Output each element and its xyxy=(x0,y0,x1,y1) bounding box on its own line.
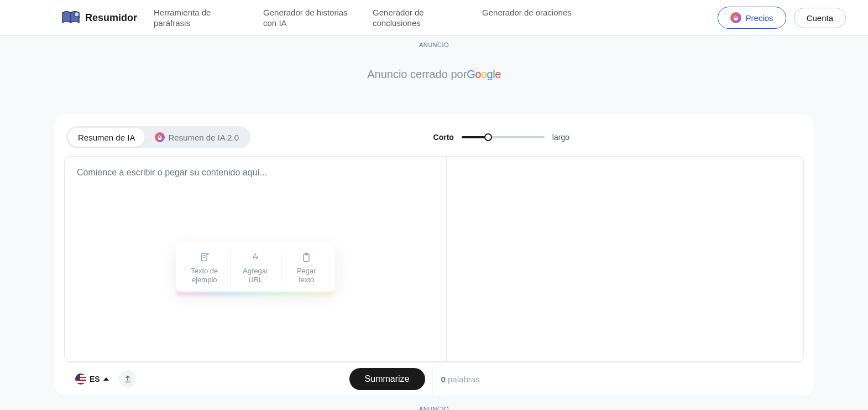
header-actions: Precios Cuenta xyxy=(718,7,846,29)
bottom-toolbar: ES Summarize 0 palabras xyxy=(64,362,804,396)
add-url-button[interactable]: Agregar URL xyxy=(230,250,281,287)
upload-button[interactable] xyxy=(119,370,137,388)
book-search-icon xyxy=(61,10,81,25)
language-selector[interactable]: ES xyxy=(71,370,113,388)
editor-row: Comience a escribir o pegar su contenido… xyxy=(64,156,804,362)
output-pane xyxy=(447,157,804,361)
clipboard-icon xyxy=(301,252,312,263)
slider-short-label: Corto xyxy=(433,133,454,142)
main-header: Resumidor Herramienta de paráfrasis Gene… xyxy=(0,0,868,36)
mode-tabs: Resumen de IA Resumen de IA 2.0 xyxy=(66,126,250,148)
brand-name: Resumidor xyxy=(85,12,137,24)
language-code: ES xyxy=(90,375,100,383)
input-toolbar: ES Summarize xyxy=(64,362,432,396)
panel-toolbar: Resumen de IA Resumen de IA 2.0 Corto la… xyxy=(54,126,814,156)
word-count: 0 palabras xyxy=(441,375,480,384)
slider-thumb[interactable] xyxy=(484,133,492,141)
summarize-label: Summarize xyxy=(365,374,410,383)
summarizer-panel: Resumen de IA Resumen de IA 2.0 Corto la… xyxy=(54,114,814,396)
nav-conclusion-generator[interactable]: Generador de conclusiones xyxy=(373,7,467,29)
caret-up-icon xyxy=(103,377,109,381)
ad-closed-notice: Anuncio cerrado porGoogle xyxy=(0,51,868,114)
slider-long-label: largo xyxy=(552,133,569,142)
slider-track[interactable] xyxy=(462,136,545,138)
upload-icon xyxy=(123,375,132,383)
nav-paraphrase[interactable]: Herramienta de paráfrasis xyxy=(154,7,248,29)
tab-v1-label: Resumen de IA xyxy=(78,133,135,142)
google-logo-text: Google xyxy=(467,68,501,80)
input-pane[interactable]: Comience a escribir o pegar su contenido… xyxy=(65,157,447,361)
word-count-label: palabras xyxy=(448,375,480,384)
ad-closed-text: Anuncio cerrado por xyxy=(367,68,467,80)
nav-sentence-generator[interactable]: Generador de oraciones xyxy=(482,7,572,29)
input-placeholder: Comience a escribir o pegar su contenido… xyxy=(77,168,434,178)
sample-text-label: Texto de ejemplo xyxy=(187,267,222,285)
helper-card: Texto de ejemplo Agregar URL Pegar texto xyxy=(176,242,335,293)
tab-v2-label: Resumen de IA 2.0 xyxy=(168,133,239,142)
ad-label-bottom: ANUNCIO xyxy=(0,396,868,410)
tab-summary-v1[interactable]: Resumen de IA xyxy=(68,128,145,147)
main-nav: Herramienta de paráfrasis Generador de h… xyxy=(154,7,718,29)
nav-story-generator[interactable]: Generador de historias con IA xyxy=(263,7,357,29)
ad-label-top: ANUNCIO xyxy=(0,36,868,51)
account-label: Cuenta xyxy=(807,13,833,23)
word-count-number: 0 xyxy=(441,375,446,384)
prices-label: Precios xyxy=(746,13,773,23)
sample-text-button[interactable]: Texto de ejemplo xyxy=(179,250,230,287)
flame-icon xyxy=(730,12,741,23)
summarize-button[interactable]: Summarize xyxy=(349,368,425,390)
tab-summary-v2[interactable]: Resumen de IA 2.0 xyxy=(145,128,249,147)
account-button[interactable]: Cuenta xyxy=(794,8,846,28)
length-slider: Corto largo xyxy=(433,133,569,142)
flame-icon xyxy=(155,132,165,142)
sample-text-icon xyxy=(199,252,210,263)
add-url-label: Agregar URL xyxy=(238,267,273,285)
output-toolbar: 0 palabras xyxy=(432,362,804,396)
prices-button[interactable]: Precios xyxy=(718,7,786,29)
paste-text-button[interactable]: Pegar texto xyxy=(281,250,332,287)
link-plus-icon xyxy=(250,252,261,263)
flag-icon xyxy=(75,373,86,385)
brand-logo[interactable]: Resumidor xyxy=(61,10,137,25)
paste-text-label: Pegar texto xyxy=(289,267,324,285)
